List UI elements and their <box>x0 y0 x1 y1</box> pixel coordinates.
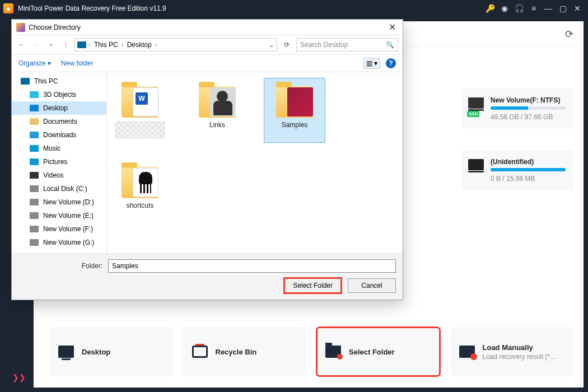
reload-icon[interactable]: ⟳ <box>281 39 293 51</box>
tree-node-label: Music <box>43 144 60 152</box>
globe-icon[interactable]: ◉ <box>497 1 512 16</box>
tree-node[interactable]: Music <box>12 142 106 155</box>
maximize-icon[interactable]: ▢ <box>556 1 570 16</box>
volume-size: 49.58 GB / 97.66 GB <box>491 113 566 121</box>
key-icon[interactable]: 🔑 <box>483 1 497 16</box>
volume-card-f[interactable]: SSD New Volume(F: NTFS) 49.58 GB / 97.66… <box>461 88 573 129</box>
crumb-this-pc[interactable]: This PC <box>93 41 119 49</box>
desktop-icon <box>58 346 74 358</box>
dialog-title-icon <box>16 23 25 32</box>
recycle-bin-card[interactable]: Recycle Bin <box>183 327 307 376</box>
usage-bar <box>491 168 566 171</box>
pc-icon <box>77 41 86 48</box>
folder-thumb-icon <box>195 82 239 118</box>
tree-node[interactable]: New Volume (G:) <box>12 236 106 249</box>
folder-label: Folder: <box>18 262 102 270</box>
tree-node-label: New Volume (F:) <box>43 225 93 233</box>
volume-card-unidentified[interactable]: (Unidentified) 0 B / 15.98 MB <box>461 150 573 190</box>
tree-node[interactable]: New Volume (D:) <box>12 195 106 209</box>
tree-node-icon <box>30 145 39 152</box>
cancel-button[interactable]: Cancel <box>348 278 396 293</box>
load-icon <box>459 346 475 358</box>
view-mode-button[interactable]: ▥ ▾ <box>363 58 380 69</box>
select-folder-card[interactable]: Select Folder <box>316 327 440 376</box>
file-item[interactable]: Samples <box>264 78 325 143</box>
up-icon[interactable]: ↑ <box>60 39 71 50</box>
expand-rail-icon[interactable]: ❯❯ <box>12 373 26 382</box>
file-label: shortcuts <box>127 202 154 209</box>
file-grid[interactable]: LinksSamplesshortcuts <box>109 78 400 213</box>
tree-node-icon <box>30 226 39 232</box>
tree-node-label: New Volume (D:) <box>43 198 94 206</box>
tree-node-icon <box>30 105 39 111</box>
folder-input[interactable] <box>108 259 396 273</box>
file-label: Links <box>209 121 225 129</box>
file-label-redacted <box>115 121 165 139</box>
tree-node[interactable]: Local Disk (C:) <box>12 182 106 195</box>
volume-size: 0 B / 15.98 MB <box>491 175 566 183</box>
file-item[interactable] <box>109 78 171 143</box>
search-box[interactable]: Search Desktop 🔍 <box>296 38 398 52</box>
file-item[interactable]: Links <box>186 78 248 143</box>
tree-node-label: Desktop <box>43 104 68 112</box>
folder-thumb-icon <box>118 82 162 118</box>
menu-icon[interactable]: ≡ <box>526 1 541 16</box>
minimize-icon[interactable]: — <box>541 1 556 16</box>
tree-node-label: Pictures <box>43 158 67 166</box>
drive-icon <box>468 97 484 109</box>
tree-node[interactable]: 3D Objects <box>12 88 106 101</box>
address-bar[interactable]: › This PC › Desktop › ⌄ <box>74 38 277 52</box>
organize-menu[interactable]: Organize ▾ <box>18 59 51 67</box>
tree-node-icon <box>30 185 39 192</box>
folder-icon <box>325 346 341 358</box>
load-title: Load Manually <box>483 343 556 352</box>
volume-name: New Volume(F: NTFS) <box>491 96 566 104</box>
file-item[interactable]: shortcuts <box>109 158 171 213</box>
choose-directory-dialog: Choose Directory ✕ ← → ▾ ↑ › This PC › D… <box>11 19 403 300</box>
tree-node[interactable]: New Volume (E:) <box>12 209 106 222</box>
file-label: Samples <box>282 121 308 129</box>
folder-tree[interactable]: This PC3D ObjectsDesktopDocumentsDownloa… <box>12 72 107 253</box>
tree-node[interactable]: Videos <box>12 169 106 182</box>
tree-node[interactable]: Desktop <box>12 101 106 115</box>
forward-icon[interactable]: → <box>31 39 42 50</box>
search-placeholder: Search Desktop <box>300 41 348 49</box>
tree-node-label: 3D Objects <box>43 91 76 99</box>
recycle-label: Recycle Bin <box>216 348 257 356</box>
refresh-icon[interactable]: ⟳ <box>565 28 573 40</box>
headset-icon[interactable]: 🎧 <box>512 1 526 16</box>
app-title: MiniTool Power Data Recovery Free Editio… <box>18 4 166 12</box>
address-dropdown-icon[interactable]: ⌄ <box>269 41 274 49</box>
new-folder-button[interactable]: New folder <box>61 59 93 67</box>
ssd-badge: SSD <box>467 111 479 117</box>
tree-node-icon <box>30 212 39 219</box>
tree-node-icon <box>30 239 39 246</box>
help-icon[interactable]: ? <box>386 58 396 68</box>
recent-icon[interactable]: ▾ <box>45 39 57 50</box>
desktop-card[interactable]: Desktop <box>49 327 173 376</box>
select-folder-button[interactable]: Select Folder <box>284 278 341 293</box>
dialog-title: Choose Directory <box>29 24 81 31</box>
crumb-desktop[interactable]: Desktop <box>126 41 153 49</box>
tree-node-label: Videos <box>43 171 63 179</box>
tree-node[interactable]: Downloads <box>12 128 106 142</box>
back-icon[interactable]: ← <box>16 39 27 50</box>
load-manually-card[interactable]: Load Manually Load recovery result (*... <box>450 327 574 376</box>
search-icon: 🔍 <box>386 41 394 49</box>
recycle-icon <box>192 346 208 358</box>
drive-icon <box>468 159 484 170</box>
tree-node[interactable]: New Volume (F:) <box>12 222 106 236</box>
tree-node[interactable]: Documents <box>12 115 106 128</box>
tree-node-icon <box>30 199 39 206</box>
desktop-label: Desktop <box>82 348 110 356</box>
tree-node-icon <box>30 172 39 179</box>
tree-node[interactable]: Pictures <box>12 155 106 169</box>
close-app-icon[interactable]: ✕ <box>570 1 585 16</box>
folder-thumb-icon <box>118 162 162 198</box>
folder-thumb-icon <box>273 82 316 118</box>
app-titlebar: ◆ MiniTool Power Data Recovery Free Edit… <box>0 0 588 17</box>
tree-node-label: Local Disk (C:) <box>43 185 87 193</box>
tree-node[interactable]: This PC <box>12 74 106 88</box>
close-dialog-icon[interactable]: ✕ <box>386 22 398 32</box>
app-logo-icon: ◆ <box>3 3 13 13</box>
